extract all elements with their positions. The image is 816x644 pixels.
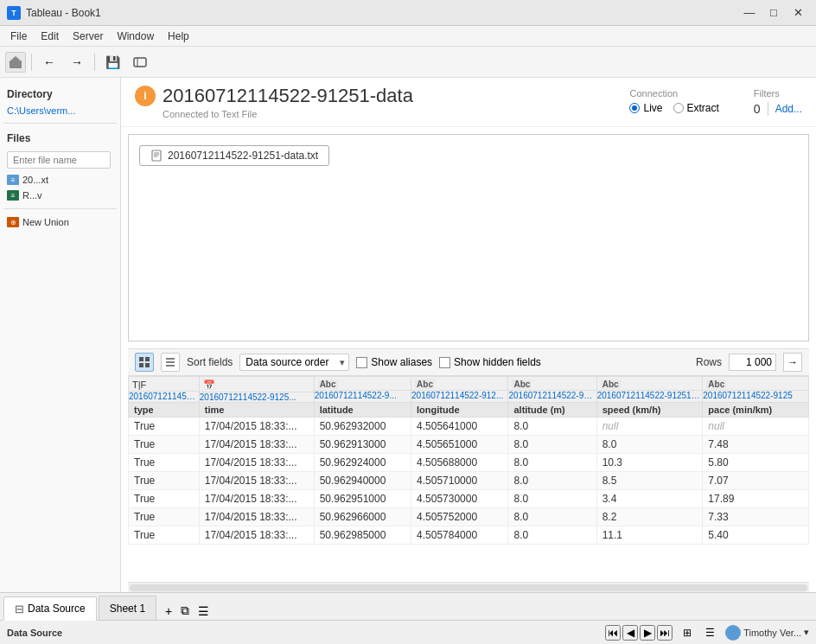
table-cell: 5.80 xyxy=(703,454,809,472)
tab-datasource-label: Data Source xyxy=(28,603,86,615)
minimize-button[interactable]: — xyxy=(738,4,761,22)
table-cell: null xyxy=(596,418,703,436)
col-name-0: type xyxy=(129,403,200,418)
scrollbar-track xyxy=(130,584,807,591)
table-cell: 8.0 xyxy=(508,490,596,508)
col-filename-3: 20160712114522-912... xyxy=(411,391,507,400)
svg-rect-11 xyxy=(145,357,150,361)
abc-icon-6: Abc xyxy=(706,379,726,389)
table-cell: True xyxy=(129,526,200,545)
svg-rect-0 xyxy=(10,61,22,68)
table-cell: True xyxy=(129,454,200,472)
nav-next[interactable]: ▶ xyxy=(640,625,655,641)
live-label: Live xyxy=(643,102,662,114)
tab-sheet1[interactable]: Sheet 1 xyxy=(99,596,156,620)
table-cell: 4.505651000 xyxy=(411,436,508,454)
show-hidden-checkbox[interactable]: Show hidden fields xyxy=(439,356,541,368)
table-cell: True xyxy=(129,418,200,436)
add-sheet-button[interactable]: + xyxy=(162,603,175,620)
table-row: True17/04/2015 18:33:...50.9629400004.50… xyxy=(129,472,809,490)
show-aliases-checkbox[interactable]: Show aliases xyxy=(356,356,432,368)
table-row: True17/04/2015 18:33:...50.9629130004.50… xyxy=(129,436,809,454)
col-filename-5: 20160712114522-91251-d... xyxy=(597,391,701,400)
sidebar-file-1[interactable]: ≡ 20...xt xyxy=(3,172,117,188)
sidebar-file-2[interactable]: ≡ R...v xyxy=(3,188,117,203)
ds-name: 20160712114522-91251-data xyxy=(163,85,413,107)
rows-arrow-button[interactable]: → xyxy=(783,353,802,372)
filters-add-link[interactable]: Add... xyxy=(775,103,802,115)
close-button[interactable]: ✕ xyxy=(787,4,809,22)
sheet-list-button[interactable]: ☰ xyxy=(194,603,213,620)
back-button[interactable]: ← xyxy=(37,50,61,74)
extract-label: Extract xyxy=(687,102,719,114)
maximize-button[interactable]: □ xyxy=(762,4,785,22)
save-button[interactable]: 💾 xyxy=(100,50,124,74)
files-label: Files xyxy=(3,129,117,148)
forward-button[interactable]: → xyxy=(65,50,89,74)
menu-help[interactable]: Help xyxy=(161,29,196,44)
col-header-speed: Abc 20160712114522-91251-d... xyxy=(596,377,703,403)
toolbar: ← → 💾 xyxy=(0,47,816,78)
file-pill[interactable]: 20160712114522-91251-data.txt xyxy=(139,145,329,166)
table-cell: 50.962940000 xyxy=(314,472,411,490)
table-cell: 17/04/2015 18:33:... xyxy=(199,508,314,526)
svg-rect-6 xyxy=(152,150,161,161)
nav-last[interactable]: ⏭ xyxy=(657,625,673,641)
sort-select[interactable]: Data source order Name ascending Name de… xyxy=(239,354,349,371)
list-view-button[interactable] xyxy=(161,353,180,372)
table-cell: 11.1 xyxy=(596,526,703,545)
menu-server[interactable]: Server xyxy=(66,29,110,44)
live-radio[interactable]: Live xyxy=(629,102,662,114)
nav-prev[interactable]: ◀ xyxy=(622,625,638,641)
menu-file[interactable]: File xyxy=(3,29,34,44)
duplicate-sheet-button[interactable]: ⧉ xyxy=(177,602,193,620)
menu-edit[interactable]: Edit xyxy=(34,29,66,44)
status-nav: ⏮ ◀ ▶ ⏭ xyxy=(605,625,673,641)
tab-datasource[interactable]: ⊟ Data Source xyxy=(3,596,97,621)
ds-title: i 20160712114522-91251-data xyxy=(135,85,413,107)
abc-icon-2: Abc xyxy=(318,379,338,389)
horizontal-scrollbar[interactable] xyxy=(128,582,809,592)
data-table: T|F 20160712114522-9125... 📅 20160712114… xyxy=(128,376,809,545)
show-aliases-box xyxy=(356,357,367,368)
data-grid[interactable]: T|F 20160712114522-9125... 📅 20160712114… xyxy=(128,376,809,582)
svg-rect-13 xyxy=(145,363,150,367)
col-filename-0: 20160712114522-9125... xyxy=(129,392,199,401)
nav-first[interactable]: ⏮ xyxy=(605,625,621,641)
directory-path[interactable]: C:\Users\verm... xyxy=(3,104,117,118)
title-bar-left: T Tableau - Book1 xyxy=(7,6,101,20)
table-cell: 4.505730000 xyxy=(411,490,508,508)
show-hidden-box xyxy=(439,357,450,368)
file-search-input[interactable] xyxy=(7,151,111,169)
col-type-header-row: T|F 20160712114522-9125... 📅 20160712114… xyxy=(129,377,809,403)
svg-rect-10 xyxy=(139,357,143,361)
rows-input[interactable] xyxy=(729,354,776,371)
file-icon-2: ≡ xyxy=(7,190,19,201)
list-icon xyxy=(164,356,176,368)
col-header-time: 📅 20160712114522-9125... xyxy=(199,377,314,403)
grid-layout-button[interactable]: ⊞ xyxy=(679,625,695,641)
extract-radio[interactable]: Extract xyxy=(673,102,719,114)
table-cell: 5.40 xyxy=(703,526,809,545)
col-name-6: pace (min/km) xyxy=(703,403,809,418)
table-cell: 50.962951000 xyxy=(314,490,411,508)
connection-area: Connection Live Extract xyxy=(629,88,718,114)
table-cell: 50.962932000 xyxy=(314,418,411,436)
ds-header-left: i 20160712114522-91251-data Connected to… xyxy=(135,85,413,123)
filters-area: Filters 0 Add... xyxy=(754,88,802,116)
menu-window[interactable]: Window xyxy=(110,29,161,44)
user-area[interactable]: Timothy Ver... ▾ xyxy=(725,625,809,641)
table-body: True17/04/2015 18:33:...50.9629320004.50… xyxy=(129,418,809,545)
svg-rect-2 xyxy=(134,58,146,67)
new-datasource-button[interactable] xyxy=(128,50,152,74)
grid-icon xyxy=(138,356,150,368)
new-union-item[interactable]: ⊕ New Union xyxy=(3,214,117,230)
col-name-header-row: type time latitude longitude altitude (m… xyxy=(129,403,809,418)
table-cell: 8.0 xyxy=(508,418,596,436)
list-layout-button[interactable]: ☰ xyxy=(702,625,718,641)
col-name-3: longitude xyxy=(411,403,508,418)
table-cell: True xyxy=(129,436,200,454)
extract-radio-circle xyxy=(673,103,684,113)
grid-view-button[interactable] xyxy=(135,353,154,372)
abc-icon-5: Abc xyxy=(601,379,621,389)
